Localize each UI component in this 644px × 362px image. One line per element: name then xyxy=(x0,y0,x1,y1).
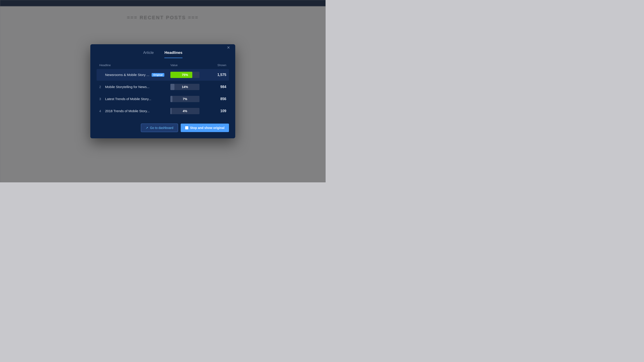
table-row: Newsrooms & Mobile Story ... Original 75… xyxy=(96,69,229,81)
go-to-dashboard-button[interactable]: ↗ Go to dashboard xyxy=(141,124,178,132)
table-row: 4 2018 Trends of Mobile Story... 4% 109 xyxy=(96,105,229,117)
close-button[interactable]: × xyxy=(225,44,232,51)
row-title-4: 2018 Trends of Mobile Story... xyxy=(105,109,150,113)
row-headline-4: 4 2018 Trends of Mobile Story... xyxy=(99,109,170,113)
progress-bar-2: 14% xyxy=(170,84,200,90)
value-cell-2: 14% xyxy=(170,84,206,90)
col-shown-header: Shown xyxy=(206,63,226,67)
value-cell-1: 75% xyxy=(170,72,206,78)
table-header-row: Headline Value Shown xyxy=(96,62,229,69)
stop-and-show-original-button[interactable]: Stop and show original xyxy=(181,124,229,132)
value-cell-4: 4% xyxy=(170,108,206,114)
progress-label-1: 75% xyxy=(170,72,200,78)
shown-value-4: 109 xyxy=(206,109,226,113)
row-num-2: 2 xyxy=(99,85,103,89)
row-title-3: Latest Trends of Mobile Story... xyxy=(105,97,151,101)
shown-value-1: 1,575 xyxy=(206,73,226,77)
progress-label-2: 14% xyxy=(170,84,200,90)
value-cell-3: 7% xyxy=(170,96,206,102)
tab-article[interactable]: Article xyxy=(143,50,154,58)
col-headline-header: Headline xyxy=(99,63,170,67)
table-row: 3 Latest Trends of Mobile Story... 7% 85… xyxy=(96,93,229,105)
col-value-header: Value xyxy=(170,63,206,67)
dashboard-btn-label: Go to dashboard xyxy=(150,126,173,130)
shown-value-3: 856 xyxy=(206,97,226,101)
modal-header: Article Headlines × xyxy=(90,44,235,58)
tab-container: Article Headlines xyxy=(143,50,182,58)
stop-btn-label: Stop and show original xyxy=(190,126,224,130)
row-num-3: 3 xyxy=(99,97,103,101)
external-link-icon: ↗ xyxy=(146,126,148,130)
row-headline-2: 2 Mobile Storytelling for News... xyxy=(99,85,170,89)
row-title-2: Mobile Storytelling for News... xyxy=(105,85,149,89)
headlines-modal: Article Headlines × Headline Value Shown… xyxy=(90,44,235,138)
tab-headlines[interactable]: Headlines xyxy=(164,50,182,58)
shown-value-2: 984 xyxy=(206,85,226,89)
modal-overlay: Article Headlines × Headline Value Shown… xyxy=(0,0,326,182)
row-headline-3: 3 Latest Trends of Mobile Story... xyxy=(99,97,170,101)
progress-label-3: 7% xyxy=(170,96,200,102)
modal-footer: ↗ Go to dashboard Stop and show original xyxy=(90,117,235,138)
stop-icon xyxy=(185,126,188,129)
row-num-4: 4 xyxy=(99,109,103,113)
original-badge: Original xyxy=(152,73,164,77)
table-row: 2 Mobile Storytelling for News... 14% 98… xyxy=(96,81,229,93)
row-headline-1: Newsrooms & Mobile Story ... Original xyxy=(99,73,170,77)
progress-bar-4: 4% xyxy=(170,108,200,114)
progress-label-4: 4% xyxy=(170,108,200,114)
progress-bar-1: 75% xyxy=(170,72,200,78)
modal-table: Headline Value Shown Newsrooms & Mobile … xyxy=(90,58,235,117)
progress-bar-3: 7% xyxy=(170,96,200,102)
row-title-1: Newsrooms & Mobile Story ... xyxy=(105,73,149,77)
